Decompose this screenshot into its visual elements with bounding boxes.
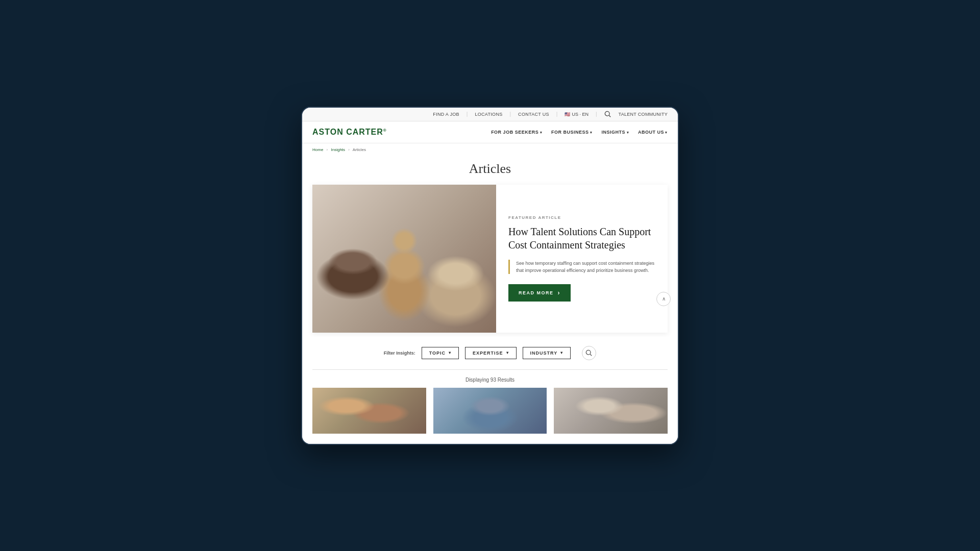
scroll-up-button[interactable]: ∧ — [656, 292, 671, 306]
featured-title: How Talent Solutions Can Support Cost Co… — [508, 225, 655, 252]
breadcrumb-sep-1: › — [327, 147, 328, 152]
card-image-1 — [312, 388, 426, 434]
nav-for-business[interactable]: FOR BUSINESS — [551, 130, 592, 135]
nav-insights[interactable]: INSIGHTS — [602, 130, 629, 135]
card-image-2 — [433, 388, 547, 434]
expertise-chevron-icon: ▾ — [506, 350, 509, 355]
article-card — [312, 388, 426, 434]
logo[interactable]: ASTON CARTER® — [312, 128, 387, 137]
content: Home › Insights › Articles Articles FEAT… — [302, 143, 678, 444]
nav-links: FOR JOB SEEKERS FOR BUSINESS INSIGHTS AB… — [491, 130, 668, 135]
featured-quote: See how temporary staffing can support c… — [508, 260, 655, 274]
main-nav: ASTON CARTER® FOR JOB SEEKERS FOR BUSINE… — [302, 121, 678, 143]
svg-line-3 — [590, 354, 592, 356]
industry-chevron-icon: ▾ — [560, 350, 563, 355]
find-a-job-link[interactable]: FIND A JOB — [433, 112, 459, 117]
featured-quote-text: See how temporary staffing can support c… — [516, 260, 655, 274]
article-cards — [302, 388, 678, 444]
divider-3: | — [556, 111, 558, 117]
arrow-icon: › — [558, 289, 561, 296]
filter-search-button[interactable] — [582, 346, 596, 360]
language-selector[interactable]: 🇺🇸 US · EN — [565, 112, 589, 117]
topic-chevron-icon: ▾ — [449, 350, 451, 355]
divider-1: | — [467, 111, 468, 117]
chevron-up-icon: ∧ — [662, 296, 666, 302]
locations-link[interactable]: LOCATIONS — [475, 112, 502, 117]
featured-label: FEATURED ARTICLE — [508, 215, 655, 220]
utility-bar: FIND A JOB | LOCATIONS | CONTACT US | 🇺🇸… — [302, 108, 678, 121]
breadcrumb-insights[interactable]: Insights — [331, 147, 345, 152]
talent-community-link[interactable]: TALENT COMMUNITY — [619, 112, 668, 117]
nav-about-us[interactable]: ABOUT US — [638, 130, 668, 135]
card-image-3 — [554, 388, 668, 434]
breadcrumb: Home › Insights › Articles — [302, 143, 678, 156]
svg-point-0 — [605, 111, 609, 116]
breadcrumb-sep-2: › — [348, 147, 350, 152]
featured-image — [312, 185, 496, 333]
featured-article: FEATURED ARTICLE How Talent Solutions Ca… — [312, 185, 668, 333]
read-more-button[interactable]: READ MORE › — [508, 284, 571, 302]
flag-icon: 🇺🇸 — [565, 112, 570, 117]
filter-bar: Filter Insights: TOPIC ▾ EXPERTISE ▾ IND… — [302, 337, 678, 369]
divider-4: | — [596, 111, 597, 117]
article-card — [433, 388, 547, 434]
topic-dropdown[interactable]: TOPIC ▾ — [422, 347, 459, 359]
svg-point-2 — [586, 350, 591, 355]
search-icon[interactable] — [604, 111, 611, 118]
featured-content: FEATURED ARTICLE How Talent Solutions Ca… — [496, 185, 668, 333]
results-count: Displaying 93 Results — [302, 370, 678, 388]
svg-line-1 — [609, 115, 610, 117]
contact-us-link[interactable]: CONTACT US — [518, 112, 549, 117]
nav-for-job-seekers[interactable]: FOR JOB SEEKERS — [491, 130, 542, 135]
featured-image-people — [312, 185, 496, 333]
page-title: Articles — [302, 156, 678, 185]
expertise-dropdown[interactable]: EXPERTISE ▾ — [465, 347, 517, 359]
divider-2: | — [510, 111, 511, 117]
search-icon — [585, 349, 593, 357]
filter-label: Filter Insights: — [384, 350, 415, 356]
breadcrumb-current: Articles — [353, 147, 366, 152]
industry-dropdown[interactable]: INDUSTRY ▾ — [523, 347, 571, 359]
article-card — [554, 388, 668, 434]
breadcrumb-home[interactable]: Home — [312, 147, 323, 152]
